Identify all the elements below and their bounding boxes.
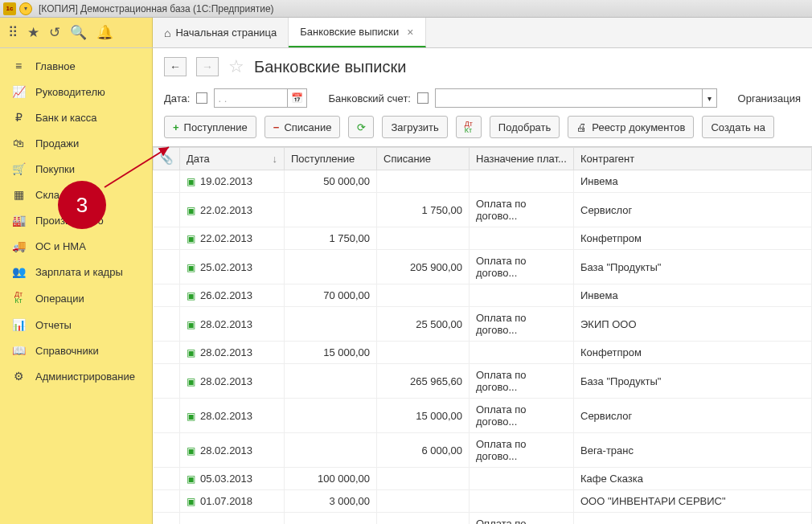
sidebar-icon: 🏭 [11, 214, 26, 227]
row-counterparty-cell: Сервислог [574, 399, 812, 433]
col-date[interactable]: Дата ↓ [180, 148, 285, 170]
tab-bank-statements[interactable]: Банковские выписки × [289, 18, 425, 47]
nav-back-button[interactable]: ← [164, 57, 187, 76]
posted-icon: ▣ [187, 262, 195, 273]
table-wrap[interactable]: 📎 Дата ↓ Поступление Списание Назначение… [153, 146, 812, 524]
filter-date-checkbox[interactable] [196, 92, 207, 104]
outflow-button[interactable]: − Списание [265, 116, 341, 138]
col-inflow[interactable]: Поступление [285, 148, 377, 170]
table-row[interactable]: ▣28.02.201325 500,00Оплата по догово...Э… [154, 307, 812, 342]
sidebar-item-1[interactable]: 📈Руководителю [0, 79, 152, 104]
sidebar-item-label: Администрирование [35, 370, 135, 383]
pick-button[interactable]: Подобрать [490, 116, 560, 138]
notifications-icon[interactable]: 🔔 [96, 24, 113, 41]
history-icon[interactable]: ↺ [49, 24, 60, 41]
plus-icon: + [173, 121, 179, 133]
row-date-cell: ▣22.02.2013 [180, 193, 285, 227]
pick-button-label: Подобрать [498, 121, 551, 133]
table-row[interactable]: ▣26.02.201370 000,00Инвема [154, 285, 812, 307]
home-icon: ⌂ [164, 27, 170, 39]
dtkt-button[interactable]: ДтКт [456, 116, 482, 138]
search-icon[interactable]: 🔍 [70, 24, 87, 41]
col-counterparty[interactable]: Контрагент [574, 148, 812, 170]
filter-account-input[interactable] [435, 88, 703, 108]
row-date-cell: ▣28.02.2013 [180, 364, 285, 399]
page-title: Банковские выписки [254, 58, 406, 76]
tab-bar: ⌂ Начальная страница Банковские выписки … [153, 18, 426, 47]
sidebar-item-7[interactable]: 🚚ОС и НМА [0, 233, 152, 259]
sidebar-item-9[interactable]: ДтКтОперации [0, 285, 152, 312]
col-purpose[interactable]: Назначение плат... [470, 148, 574, 170]
sidebar-icon: 📖 [11, 344, 26, 357]
row-counterparty-cell: ООО "ИНВЕНТАРИ СЕРВИС" [574, 490, 812, 513]
load-button[interactable]: Загрузить [382, 116, 447, 138]
tab-home[interactable]: ⌂ Начальная страница [153, 18, 289, 47]
posted-icon: ▣ [187, 290, 195, 301]
row-outflow-cell [377, 285, 470, 307]
table-row[interactable]: ▣22.02.20131 750,00Оплата по догово...Се… [154, 193, 812, 227]
favorite-icon[interactable]: ★ [27, 24, 39, 41]
sidebar-icon: 📈 [11, 85, 26, 98]
filter-account-checkbox[interactable] [417, 92, 429, 104]
table-row[interactable]: ▣22.02.20131 750,00Конфетпром [154, 227, 812, 250]
table-row[interactable]: ▣28.02.2013265 965,60Оплата по догово...… [154, 364, 812, 399]
sidebar-item-2[interactable]: ₽Банк и касса [0, 104, 152, 130]
row-attach-cell [154, 193, 180, 227]
filter-row: Дата: . . 📅 Банковский счет: ▾ Организац… [153, 84, 812, 116]
row-counterparty-cell: ЭКИП ООО [574, 307, 812, 342]
sidebar-item-label: Покупки [35, 163, 75, 175]
table-row[interactable]: ▣19.02.201350 000,00Инвема [154, 170, 812, 193]
col-outflow[interactable]: Списание [377, 148, 470, 170]
sidebar-icon: ⚙ [11, 370, 26, 383]
filter-date-label: Дата: [164, 92, 190, 104]
sidebar-icon: ДтКт [11, 291, 26, 305]
posted-icon: ▣ [187, 319, 195, 330]
calendar-icon[interactable]: 📅 [288, 88, 307, 108]
sidebar-item-0[interactable]: ≡Главное [0, 53, 152, 79]
row-counterparty-cell: Инвема [574, 170, 812, 193]
nav-forward-button[interactable]: → [196, 57, 219, 76]
sidebar-item-8[interactable]: 👥Зарплата и кадры [0, 259, 152, 285]
sidebar-item-10[interactable]: 📊Отчеты [0, 312, 152, 338]
posted-icon: ▣ [187, 445, 195, 456]
table-row[interactable]: ▣28.02.201315 000,00Конфетпром [154, 342, 812, 364]
table-row[interactable]: ▣28.02.20136 000,00Оплата по догово...Ве… [154, 433, 812, 468]
sidebar-item-12[interactable]: ⚙Администрирование [0, 363, 152, 389]
refresh-button[interactable]: ⟳ [348, 116, 374, 138]
app-logo-icon: 1c [3, 2, 16, 15]
row-inflow-cell [285, 513, 377, 525]
row-outflow-cell [377, 468, 470, 490]
dropdown-icon[interactable]: ▾ [703, 88, 717, 108]
sidebar: ≡Главное📈Руководителю₽Банк и касса🛍Прода… [0, 48, 153, 524]
row-outflow-cell: 3 000,00 [377, 513, 470, 525]
create-based-button[interactable]: Создать на [702, 116, 773, 138]
registry-button[interactable]: 🖨 Реестр документов [568, 116, 694, 138]
row-counterparty-cell: Кафе Сказка [574, 468, 812, 490]
table-row[interactable]: ▣01.07.20183 000,00ООО "ИНВЕНТАРИ СЕРВИС… [154, 490, 812, 513]
callout-badge: 3 [58, 181, 106, 229]
col-attach[interactable]: 📎 [154, 148, 180, 170]
sidebar-item-label: Отчеты [35, 319, 72, 331]
refresh-icon: ⟳ [357, 121, 366, 133]
favorite-toggle-icon[interactable]: ☆ [228, 56, 244, 77]
row-inflow-cell [285, 193, 377, 227]
close-icon[interactable]: × [407, 26, 413, 39]
table-row[interactable]: ▣28.02.201315 000,00Оплата по догово...С… [154, 399, 812, 433]
app-menu-dropdown[interactable]: ▾ [19, 2, 32, 15]
table-row[interactable]: ▣05.03.2013100 000,00Кафе Сказка [154, 468, 812, 490]
sidebar-item-label: Банк и касса [35, 112, 97, 124]
table-row[interactable]: ▣03.07.20183 000,00Оплата по догово...ПА… [154, 513, 812, 525]
sidebar-item-3[interactable]: 🛍Продажи [0, 130, 152, 156]
row-date-cell: ▣01.07.2018 [180, 490, 285, 513]
sidebar-icon: 👥 [11, 265, 26, 278]
sidebar-item-11[interactable]: 📖Справочники [0, 338, 152, 363]
row-purpose-cell [470, 227, 574, 250]
inflow-button[interactable]: + Поступление [164, 116, 256, 138]
sidebar-item-4[interactable]: 🛒Покупки [0, 156, 152, 182]
apps-icon[interactable]: ⠿ [8, 24, 18, 41]
sidebar-item-label: Главное [35, 60, 76, 72]
filter-date-input[interactable]: . . [214, 88, 288, 108]
table-row[interactable]: ▣25.02.2013205 900,00Оплата по догово...… [154, 250, 812, 285]
row-outflow-cell: 25 500,00 [377, 307, 470, 342]
row-purpose-cell [470, 170, 574, 193]
